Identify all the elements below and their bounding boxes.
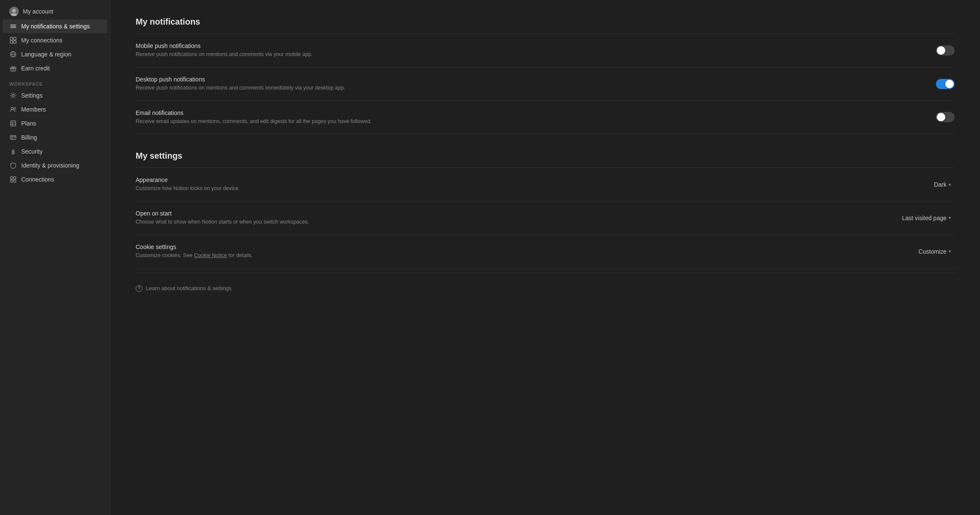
settings-section-title: My settings	[136, 151, 955, 161]
sidebar-item-label: My connections	[21, 37, 62, 44]
svg-point-17	[11, 107, 14, 109]
sidebar-item-members[interactable]: Members	[3, 103, 107, 116]
sidebar-item-my-connections[interactable]: My connections	[3, 34, 107, 47]
svg-rect-19	[11, 121, 16, 126]
svg-rect-29	[11, 177, 13, 179]
appearance-title: Appearance	[136, 176, 913, 183]
cookie-desc-suffix: for details.	[227, 252, 253, 258]
sidebar-item-label: Security	[21, 148, 43, 155]
svg-point-26	[12, 150, 14, 152]
mobile-push-row: Mobile push notifications Receive push n…	[136, 34, 955, 67]
svg-point-18	[14, 108, 16, 109]
desktop-push-toggle[interactable]	[936, 79, 955, 89]
members-icon	[9, 106, 17, 113]
sidebar-item-label: Connections	[21, 176, 54, 183]
email-notifications-title: Email notifications	[136, 109, 919, 116]
sidebar-item-billing[interactable]: Billing	[3, 131, 107, 144]
gift-icon	[9, 64, 17, 72]
info-icon: ?	[136, 285, 142, 292]
cookie-settings-title: Cookie settings	[136, 244, 898, 250]
open-on-start-title: Open on start	[136, 210, 882, 217]
sidebar-item-label: Plans	[21, 120, 36, 127]
open-on-start-dropdown[interactable]: Last visited page ▾	[899, 213, 955, 223]
grid-icon	[9, 176, 17, 183]
sidebar-item-label: My account	[23, 8, 53, 15]
svg-rect-4	[10, 26, 16, 27]
sidebar-item-my-account[interactable]: My account	[3, 4, 107, 19]
open-on-start-caret-icon: ▾	[949, 215, 951, 221]
mobile-push-description: Receive push notifications on mentions a…	[136, 50, 919, 59]
sidebar-item-label: My notifications & settings	[21, 23, 90, 30]
gear-icon	[9, 92, 17, 99]
sidebar-item-earn-credit[interactable]: Earn credit	[3, 62, 107, 75]
svg-rect-7	[14, 37, 16, 40]
svg-rect-8	[10, 41, 13, 43]
cookie-settings-text: Cookie settings Customize cookies. See C…	[136, 244, 915, 260]
cookie-desc-prefix: Customize cookies. See	[136, 252, 194, 258]
desktop-push-title: Desktop push notifications	[136, 76, 919, 83]
sidebar-item-my-notifications-settings[interactable]: My notifications & settings	[3, 20, 107, 33]
appearance-row: Appearance Customize how Notion looks on…	[136, 168, 955, 202]
sidebar-item-security[interactable]: Security	[3, 145, 107, 158]
sidebar-item-label: Settings	[21, 92, 43, 99]
appearance-caret-icon: ▾	[949, 182, 951, 188]
svg-point-16	[12, 95, 14, 97]
open-on-start-description: Choose what to show when Notion starts o…	[136, 218, 882, 226]
svg-point-1	[12, 9, 16, 12]
sidebar-item-connections[interactable]: Connections	[3, 173, 107, 186]
svg-rect-3	[10, 25, 16, 25]
desktop-push-thumb	[945, 80, 954, 88]
cookie-settings-description: Customize cookies. See Cookie Notice for…	[136, 252, 898, 260]
appearance-description: Customize how Notion looks on your devic…	[136, 185, 913, 193]
desktop-push-row: Desktop push notifications Receive push …	[136, 67, 955, 101]
desktop-push-description: Receive push notifications on mentions a…	[136, 84, 919, 92]
cookie-settings-row: Cookie settings Customize cookies. See C…	[136, 235, 955, 269]
connections-icon	[9, 36, 17, 44]
cookie-settings-caret-icon: ▾	[949, 249, 951, 254]
open-on-start-row: Open on start Choose what to show when N…	[136, 202, 955, 235]
sidebar-item-identity-provisioning[interactable]: Identity & provisioning	[3, 159, 107, 172]
cookie-notice-link[interactable]: Cookie Notice	[194, 252, 227, 258]
sidebar-item-label: Billing	[21, 134, 37, 141]
sidebar: My account My notifications & settings M…	[0, 0, 110, 515]
email-notifications-toggle[interactable]	[936, 112, 955, 122]
svg-rect-31	[11, 180, 13, 182]
appearance-text: Appearance Customize how Notion looks on…	[136, 176, 930, 193]
notifications-section-title: My notifications	[136, 17, 955, 27]
sidebar-item-settings[interactable]: Settings	[3, 89, 107, 102]
svg-rect-6	[10, 37, 13, 40]
sidebar-item-label: Identity & provisioning	[21, 162, 79, 169]
sidebar-item-label: Earn credit	[21, 65, 50, 72]
svg-rect-30	[14, 177, 16, 179]
security-icon	[9, 148, 17, 155]
svg-rect-9	[14, 41, 16, 43]
notifications-settings-icon	[9, 22, 17, 30]
mobile-push-title: Mobile push notifications	[136, 42, 919, 49]
email-notifications-text: Email notifications Receive email update…	[136, 109, 936, 126]
open-on-start-text: Open on start Choose what to show when N…	[136, 210, 899, 226]
learn-about-label: Learn about notifications & settings	[146, 285, 231, 291]
globe-icon	[9, 50, 17, 58]
plans-icon	[9, 120, 17, 127]
svg-rect-5	[10, 28, 16, 28]
avatar-icon	[9, 7, 19, 16]
cookie-settings-value: Customize	[919, 248, 947, 255]
sidebar-item-plans[interactable]: Plans	[3, 117, 107, 130]
billing-icon	[9, 134, 17, 141]
workspace-section-label: WORKSPACE	[0, 76, 110, 88]
main-content: My notifications Mobile push notificatio…	[110, 0, 980, 515]
learn-about-link[interactable]: ? Learn about notifications & settings	[136, 285, 955, 292]
mobile-push-toggle[interactable]	[936, 45, 955, 56]
cookie-settings-dropdown[interactable]: Customize ▾	[915, 246, 955, 257]
bottom-divider	[136, 273, 955, 273]
svg-rect-25	[11, 138, 13, 139]
appearance-dropdown[interactable]: Dark ▾	[930, 179, 955, 190]
open-on-start-value: Last visited page	[902, 215, 947, 221]
email-notifications-row: Email notifications Receive email update…	[136, 101, 955, 134]
appearance-value: Dark	[934, 181, 947, 188]
mobile-push-thumb	[937, 46, 945, 55]
desktop-push-text: Desktop push notifications Receive push …	[136, 76, 936, 92]
sidebar-item-label: Language & region	[21, 51, 71, 58]
shield-icon	[9, 162, 17, 169]
sidebar-item-language-region[interactable]: Language & region	[3, 48, 107, 61]
